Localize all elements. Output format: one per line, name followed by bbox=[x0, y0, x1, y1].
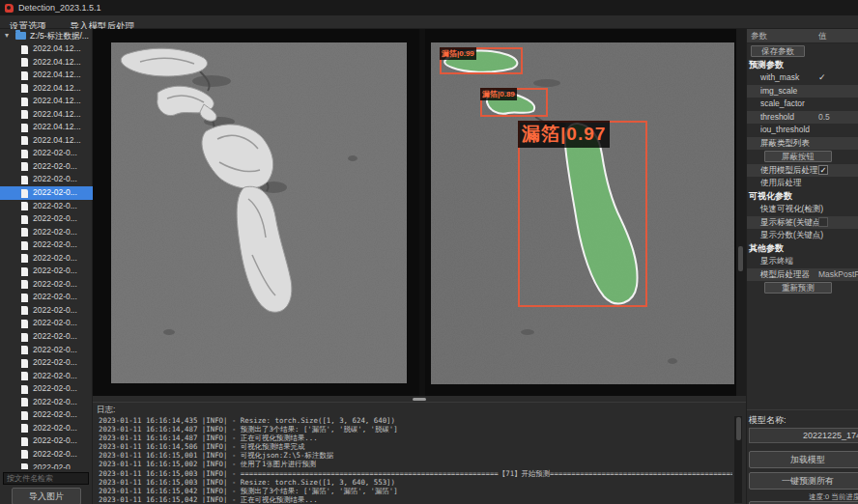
tree-file-item[interactable]: 2022-02-0... bbox=[0, 330, 93, 344]
folder-icon bbox=[15, 32, 26, 40]
tree-file-item[interactable]: 2022-02-0... bbox=[0, 238, 93, 252]
tree-file-item[interactable]: 2022-02-0... bbox=[0, 317, 93, 330]
model-name-field[interactable]: 20221225_174813 bbox=[749, 428, 858, 443]
tree-file-item[interactable]: 2022-02-0... bbox=[0, 396, 93, 409]
param-row[interactable]: 显示标签(关键点) bbox=[747, 216, 858, 230]
param-label: 显示终端 bbox=[760, 255, 793, 268]
tree-file-item[interactable]: 2022.04.12... bbox=[0, 134, 93, 148]
file-label: 2022-02-0... bbox=[33, 173, 77, 186]
file-label: 2022-02-0... bbox=[33, 422, 77, 435]
param-button[interactable]: 保存参数 bbox=[751, 45, 805, 57]
splitter-handle[interactable] bbox=[413, 398, 426, 401]
original-image-panel bbox=[94, 29, 419, 396]
tree-file-item[interactable]: 2022.04.12... bbox=[0, 42, 93, 56]
image-vertical-scrollbar[interactable] bbox=[736, 29, 746, 396]
original-image[interactable] bbox=[111, 42, 407, 383]
tree-file-item[interactable]: 2022-02-0... bbox=[0, 422, 93, 435]
checkbox-unchecked[interactable] bbox=[818, 217, 828, 227]
tree-root-item[interactable]: ▾ Z:/5-标注数据/... bbox=[0, 29, 93, 42]
tree-file-item[interactable]: 2022-02-0... bbox=[0, 344, 93, 357]
scrollbar-handle[interactable] bbox=[738, 246, 743, 271]
param-row[interactable]: 模型后处理器 MaskPostPro bbox=[747, 268, 858, 282]
tree-file-item[interactable]: 2022-02-0... bbox=[0, 212, 93, 226]
tree-file-item[interactable]: 2022-02-0... bbox=[0, 186, 93, 200]
app-window: Detection_2023.1.5.1 设置选项 导入模型后处理 ▾ Z:/5… bbox=[0, 0, 858, 504]
tree-file-item[interactable]: 2022-02-0... bbox=[0, 370, 93, 383]
tree-file-item[interactable]: 2022.04.12... bbox=[0, 69, 93, 82]
file-icon bbox=[21, 254, 28, 263]
file-label: 2022-02-0... bbox=[33, 448, 77, 462]
detection-label: 漏箔|0.89 bbox=[480, 88, 517, 100]
tree-file-item[interactable]: 2022-02-0... bbox=[0, 382, 93, 396]
tree-file-item[interactable]: 2022-02-0... bbox=[0, 265, 93, 278]
tree-file-item[interactable]: 2022.04.12... bbox=[0, 56, 93, 70]
tree-file-item[interactable]: 2022-02-0... bbox=[0, 226, 93, 239]
tree-file-item[interactable]: 2022.04.12... bbox=[0, 108, 93, 122]
model-name-label: 模型名称: bbox=[749, 414, 786, 427]
param-button[interactable]: 重新预测 bbox=[764, 282, 832, 294]
param-row[interactable]: iou_threshold bbox=[747, 124, 858, 137]
file-label: 2022-02-0... bbox=[33, 382, 77, 396]
param-row[interactable]: 使用后处理 bbox=[747, 177, 858, 190]
parameters-list: 保存参数 预测参数 with_mask ✓ img_scale scale_fa… bbox=[747, 44, 858, 295]
file-label: 2022.04.12... bbox=[33, 56, 81, 70]
file-icon bbox=[21, 162, 28, 171]
load-model-button[interactable]: 加载模型 bbox=[749, 451, 858, 468]
tree-file-item[interactable]: 2022-02-0... bbox=[0, 356, 93, 370]
prediction-image[interactable]: 漏箔|0.99 漏箔|0.89 漏箔|0.97 bbox=[431, 42, 734, 384]
log-line: 2023-01-11 16:16:14,435 |INFO| - Resize:… bbox=[99, 416, 732, 425]
param-value: MaskPostPro bbox=[818, 268, 858, 282]
param-label: 模型后处理器 bbox=[760, 268, 810, 282]
expand-arrow-icon[interactable]: ▾ bbox=[5, 29, 9, 42]
log-scrollbar[interactable] bbox=[734, 416, 742, 503]
scrollbar-handle[interactable] bbox=[736, 417, 741, 440]
tree-file-item[interactable]: 2022.04.12... bbox=[0, 95, 93, 108]
image-viewers: 漏箔|0.99 漏箔|0.89 漏箔|0.97 bbox=[93, 29, 746, 396]
detection-box: 漏箔|0.97 bbox=[518, 121, 647, 307]
param-row[interactable]: img_scale bbox=[747, 85, 858, 98]
file-icon bbox=[21, 98, 28, 106]
file-label: 2022-02-0... bbox=[33, 370, 77, 383]
param-section-header: 预测参数 bbox=[747, 59, 858, 72]
tree-file-item[interactable]: 2022-02-0... bbox=[0, 173, 93, 186]
tree-file-item[interactable]: 2022.04.12... bbox=[0, 82, 93, 96]
param-row[interactable]: threshold 0.5 bbox=[747, 111, 858, 125]
tree-file-item[interactable]: 2022-02-0... bbox=[0, 147, 93, 160]
import-image-button[interactable]: 导入图片 bbox=[12, 488, 81, 504]
tree-file-item[interactable]: 2022-02-0... bbox=[0, 434, 93, 448]
param-row[interactable]: 屏蔽类型列表 bbox=[747, 137, 858, 151]
tree-file-item[interactable]: 2022-02-0... bbox=[0, 252, 93, 266]
param-row[interactable]: 显示分数(关键点) bbox=[747, 229, 858, 242]
param-row[interactable]: 显示终端 bbox=[747, 255, 858, 268]
detection-box: 漏箔|0.99 bbox=[440, 47, 523, 74]
tree-file-item[interactable]: 2022-02-0... bbox=[0, 304, 93, 318]
file-label: 2022-02-0... bbox=[33, 186, 77, 200]
checkbox-checked[interactable]: ✓ bbox=[818, 165, 828, 175]
tree-root-label: Z:/5-标注数据/... bbox=[30, 29, 89, 42]
file-icon bbox=[21, 437, 28, 446]
tree-file-item[interactable]: 2022.04.12... bbox=[0, 121, 93, 134]
param-label: 使用模型后处理 bbox=[760, 164, 818, 178]
file-icon bbox=[21, 450, 28, 459]
file-label: 2022-02-0... bbox=[33, 278, 77, 292]
predict-all-button[interactable]: 一键预测所有 bbox=[749, 472, 858, 490]
param-row[interactable]: with_mask ✓ bbox=[747, 71, 858, 85]
tree-file-item[interactable]: 2022-02-0 bbox=[0, 462, 93, 470]
param-row[interactable]: 使用模型后处理 ✓ bbox=[747, 164, 858, 178]
file-label: 2022-02-0... bbox=[33, 304, 77, 318]
param-button-row: 屏蔽按钮 bbox=[747, 150, 858, 164]
tree-file-item[interactable]: 2022-02-0... bbox=[0, 160, 93, 174]
param-row[interactable]: scale_factor bbox=[747, 98, 858, 111]
tree-file-item[interactable]: 2022-02-0... bbox=[0, 278, 93, 292]
file-label: 2022.04.12... bbox=[33, 134, 81, 148]
param-button[interactable]: 屏蔽按钮 bbox=[764, 151, 832, 162]
param-row[interactable]: 快速可视化(检测) bbox=[747, 203, 858, 216]
tree-file-item[interactable]: 2022-02-0... bbox=[0, 291, 93, 304]
log-lines[interactable]: 2023-01-11 16:16:14,435 |INFO| - Resize:… bbox=[99, 416, 732, 503]
tree-file-item[interactable]: 2022-02-0... bbox=[0, 448, 93, 462]
search-input[interactable] bbox=[3, 472, 89, 485]
tree-file-item[interactable]: 2022-02-0... bbox=[0, 408, 93, 422]
tree-file-item[interactable]: 2022-02-0... bbox=[0, 200, 93, 213]
param-label: 显示标签(关键点) bbox=[760, 216, 823, 230]
file-icon bbox=[21, 110, 28, 119]
